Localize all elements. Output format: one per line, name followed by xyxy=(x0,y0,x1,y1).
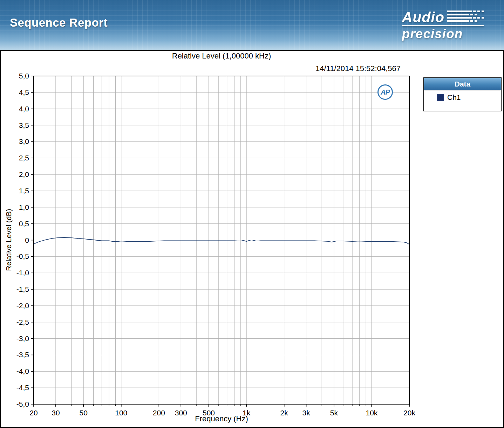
svg-text:2,0: 2,0 xyxy=(19,170,29,178)
svg-text:-2,5: -2,5 xyxy=(16,318,29,326)
svg-text:-0,5: -0,5 xyxy=(16,252,29,260)
svg-text:5,0: 5,0 xyxy=(19,72,29,80)
x-axis-label: Frequency (Hz) xyxy=(34,414,409,423)
svg-text:-1,5: -1,5 xyxy=(16,285,29,293)
ch1-color-swatch xyxy=(437,94,444,101)
svg-text:3,0: 3,0 xyxy=(19,137,29,145)
logo-text-precision: precision xyxy=(402,25,484,40)
svg-text:-4,0: -4,0 xyxy=(16,367,29,375)
equalizer-bars-icon xyxy=(447,11,484,22)
svg-text:3,5: 3,5 xyxy=(19,121,29,129)
page-title: Sequence Report xyxy=(10,16,108,29)
svg-text:-2,0: -2,0 xyxy=(16,302,29,310)
ap-logo-icon: AP xyxy=(377,84,393,100)
svg-text:-5,0: -5,0 xyxy=(16,400,29,408)
legend-header: Data xyxy=(424,78,501,90)
report-body: Relative Level (1,00000 kHz) 14/11/2014 … xyxy=(0,50,504,428)
ch1-legend-label: Ch1 xyxy=(447,93,461,102)
svg-text:4,0: 4,0 xyxy=(19,105,29,113)
svg-text:-3,5: -3,5 xyxy=(16,351,29,359)
audio-precision-logo: Audio precision xyxy=(402,11,484,40)
sequence-report-page: Sequence Report Audio precision Relative… xyxy=(0,0,504,428)
svg-text:4,5: 4,5 xyxy=(19,88,29,96)
svg-text:1,5: 1,5 xyxy=(19,187,29,195)
svg-text:-3,0: -3,0 xyxy=(16,334,29,343)
svg-text:1,0: 1,0 xyxy=(19,203,29,211)
svg-text:-4,5: -4,5 xyxy=(16,384,29,392)
legend-body: Ch1 xyxy=(424,90,501,111)
y-axis-label: Relative Level (dB) xyxy=(5,209,13,271)
report-header: Sequence Report Audio precision xyxy=(0,0,504,50)
logo-text-audio: Audio xyxy=(402,11,444,24)
svg-text:2,5: 2,5 xyxy=(19,154,29,162)
svg-text:-1,0: -1,0 xyxy=(16,269,29,277)
svg-text:0,5: 0,5 xyxy=(19,220,29,228)
svg-text:0: 0 xyxy=(25,236,29,244)
legend: Data Ch1 xyxy=(423,77,502,111)
